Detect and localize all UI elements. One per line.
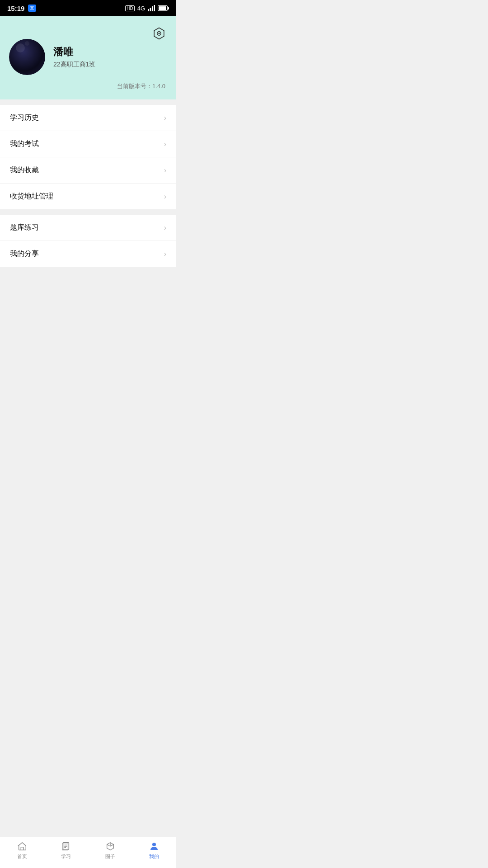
menu-item-my-favorites[interactable]: 我的收藏 › [0,157,176,184]
version-row: 当前版本号：1.4.0 [9,82,167,90]
svg-rect-1 [150,8,151,11]
avatar [9,39,45,75]
status-bar: 15:19 支 HD 4G [0,0,176,16]
version-number: 1.4.0 [152,83,165,90]
menu-item-my-exam[interactable]: 我的考试 › [0,131,176,157]
menu-label-address: 收货地址管理 [10,192,53,201]
menu-item-question-bank[interactable]: 题库练习 › [0,215,176,241]
chevron-icon-1: › [164,114,166,122]
menu-label-my-favorites: 我的收藏 [10,165,39,175]
menu-label-my-share: 我的分享 [10,249,39,259]
svg-point-6 [158,33,160,34]
profile-name: 潘唯 [53,45,167,59]
svg-rect-2 [152,6,153,11]
signal-bars-icon [148,5,155,11]
menu-label-study-history: 学习历史 [10,113,39,123]
hd-badge: HD [125,5,134,11]
menu-label-my-exam: 我的考试 [10,139,39,149]
chevron-icon-3: › [164,166,166,175]
chevron-icon-5: › [164,224,166,232]
profile-class: 22高职工商1班 [53,61,167,69]
version-label: 当前版本号： [117,83,152,90]
svg-rect-3 [154,5,155,11]
svg-rect-0 [148,9,149,11]
chevron-icon-2: › [164,140,166,148]
profile-info: 潘唯 22高职工商1班 [53,45,167,69]
alipay-badge: 支 [28,5,36,12]
menu-card-1: 学习历史 › 我的考试 › 我的收藏 › 收货地址管理 › [0,105,176,209]
chevron-icon-4: › [164,193,166,201]
menu-card-2: 题库练习 › 我的分享 › [0,215,176,267]
chevron-icon-6: › [164,250,166,258]
profile-row: 潘唯 22高职工商1班 [9,39,167,75]
status-time: 15:19 [7,5,24,12]
version-text: 当前版本号：1.4.0 [117,82,165,90]
menu-label-question-bank: 题库练习 [10,223,39,232]
battery-indicator [158,5,169,11]
status-right: HD 4G [125,5,169,12]
signal-text: 4G [137,5,145,12]
menu-item-address[interactable]: 收货地址管理 › [0,184,176,209]
menu-item-my-share[interactable]: 我的分享 › [0,241,176,267]
menu-item-study-history[interactable]: 学习历史 › [0,105,176,131]
settings-button[interactable] [151,25,167,42]
profile-header: 潘唯 22高职工商1班 当前版本号：1.4.0 [0,16,176,99]
status-left: 15:19 支 [7,5,36,12]
